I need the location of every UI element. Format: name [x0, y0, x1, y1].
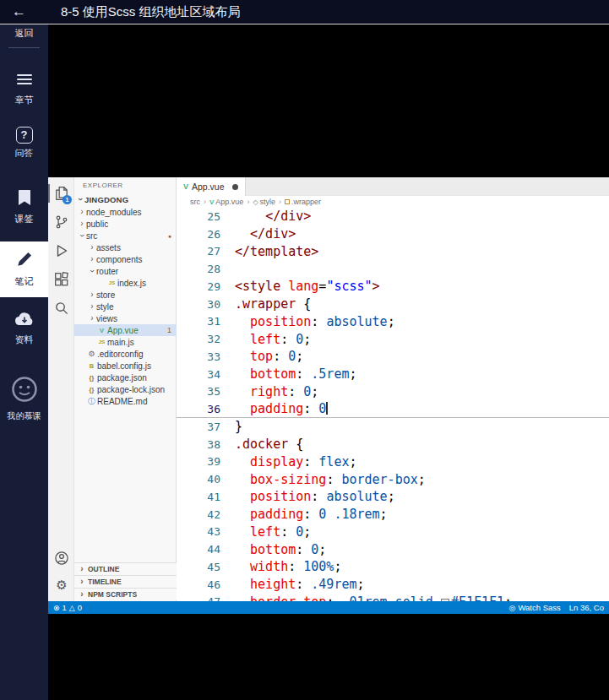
tab-label: App.vue — [192, 182, 225, 192]
breadcrumb-item-wrapper[interactable]: .wrapper — [285, 198, 321, 206]
tree-item-index.js[interactable]: JSindex.js — [74, 277, 177, 289]
breadcrumb-item-style[interactable]: ◇ style — [253, 198, 275, 206]
sidebar-item-chapters[interactable]: 章节 — [0, 72, 48, 106]
line-number: 39 — [177, 455, 220, 468]
explorer-icon[interactable]: 1 — [54, 186, 69, 201]
tree-item-README.md[interactable]: ⓘREADME.md — [74, 395, 177, 407]
tree-item-store[interactable]: ›store — [74, 289, 177, 301]
tree-item-components[interactable]: ›components — [74, 253, 177, 265]
code-line-26[interactable]: 26 </div> — [177, 225, 609, 243]
tree-item-package.json[interactable]: {}package.json — [74, 372, 177, 383]
sidebar-item-notes[interactable]: 笔记 — [0, 241, 48, 297]
tree-item-router[interactable]: ›router — [74, 265, 177, 277]
code-line-39[interactable]: 39 display: flex; — [177, 453, 609, 471]
code-line-41[interactable]: 41 position: absolute; — [177, 488, 609, 506]
run-debug-icon[interactable] — [54, 243, 69, 258]
change-count-badge: 1 — [167, 326, 171, 334]
code-line-44[interactable]: 44 bottom: 0; — [177, 540, 609, 558]
tree-item-App.vue[interactable]: VApp.vue1 — [74, 324, 177, 336]
code-line-40[interactable]: 40 box-sizing: border-box; — [177, 470, 609, 488]
outline-panel[interactable]: › OUTLINE — [74, 562, 177, 575]
sidebar-item-my-imooc[interactable]: 我的慕课 — [0, 375, 48, 422]
tree-item-style[interactable]: ›style — [74, 301, 177, 312]
sidebar-item-bookmark[interactable]: 课签 — [0, 189, 48, 225]
line-number: 33 — [177, 350, 220, 363]
line-number: 41 — [177, 491, 220, 503]
code-text: top: 0; — [235, 349, 303, 364]
tree-item-assets[interactable]: ›assets — [74, 241, 177, 253]
code-text: padding: 0 — [235, 401, 328, 416]
tree-item-node_modules[interactable]: ›node_modules — [74, 206, 177, 218]
line-number: 31 — [177, 315, 220, 328]
code-line-31[interactable]: 31 position: absolute; — [177, 313, 609, 331]
tree-root-jingdong[interactable]: › JINGDONG — [74, 193, 177, 205]
problems-indicator[interactable]: ⊗ 1 △ 0 — [53, 603, 82, 612]
tree-item-public[interactable]: ›public — [74, 218, 177, 230]
code-line-29[interactable]: 29<style lang="scss"> — [177, 278, 609, 296]
source-control-icon[interactable] — [54, 214, 69, 230]
file-name: style — [96, 302, 114, 312]
back-icon[interactable]: ← — [12, 0, 26, 24]
tree-item-package-lock.json[interactable]: {}package-lock.json — [74, 383, 177, 395]
warning-icon: △ — [69, 604, 75, 612]
tree-item-views[interactable]: ›views — [74, 312, 177, 324]
code-line-33[interactable]: 33 top: 0; — [177, 348, 609, 366]
line-number: 45 — [177, 561, 220, 573]
file-name: components — [96, 255, 142, 264]
code-line-38[interactable]: 38.docker { — [177, 436, 609, 453]
npm-scripts-panel[interactable]: › NPM SCRIPTS — [74, 588, 177, 600]
code-text: <style lang="scss"> — [235, 279, 380, 294]
modified-dot: ● — [168, 233, 171, 239]
code-line-35[interactable]: 35 right: 0; — [177, 383, 609, 401]
code-line-47[interactable]: 47 border-top: .01rem solid #F1F1F1; — [177, 594, 609, 602]
file-name: store — [96, 290, 115, 300]
code-text: box-sizing: border-box; — [235, 472, 426, 487]
chevron-right-icon: › — [88, 243, 96, 252]
chevron-right-icon: › — [88, 302, 96, 311]
code-text: height: .49rem; — [235, 577, 365, 592]
code-line-45[interactable]: 45 width: 100%; — [177, 558, 609, 576]
modified-dot-icon[interactable] — [232, 184, 238, 190]
code-line-42[interactable]: 42 padding: 0 .18rem; — [177, 506, 609, 524]
tree-item-.editorconfig[interactable]: ⚙.editorconfig — [74, 348, 177, 360]
search-icon[interactable] — [54, 301, 69, 316]
tab-app-vue[interactable]: V App.vue — [177, 177, 246, 196]
code-line-27[interactable]: 27</template> — [177, 243, 609, 261]
code-line-25[interactable]: 25 </div> — [177, 208, 609, 225]
code-line-43[interactable]: 43 left: 0; — [177, 524, 609, 541]
chapter-menu-icon — [17, 72, 32, 87]
code-line-32[interactable]: 32 left: 0; — [177, 330, 609, 348]
code-line-34[interactable]: 34 bottom: .5rem; — [177, 366, 609, 383]
code-line-28[interactable]: 28 — [177, 260, 609, 278]
code-text: </template> — [235, 244, 318, 259]
code-text: right: 0; — [235, 384, 318, 399]
sidebar-item-materials[interactable]: 资料 — [0, 311, 48, 346]
symbol-class-icon — [285, 199, 290, 204]
extensions-icon[interactable] — [54, 272, 69, 287]
chevron-right-icon: › — [88, 314, 96, 323]
tree-item-src[interactable]: ›src● — [74, 230, 177, 241]
timeline-panel[interactable]: › TIMELINE — [74, 575, 177, 588]
code-line-46[interactable]: 46 height: .49rem; — [177, 576, 609, 594]
file-name: package-lock.json — [97, 385, 165, 394]
code-line-36[interactable]: 36 padding: 0 — [177, 400, 609, 418]
file-name: router — [96, 267, 118, 276]
breadcrumb-item-appvue[interactable]: V App.vue — [209, 198, 243, 206]
line-number: 47 — [177, 595, 220, 601]
sidebar-item-qa[interactable]: ? 问答 — [0, 127, 48, 160]
settings-gear-icon[interactable]: ⚙ — [54, 578, 69, 593]
line-number: 26 — [177, 228, 220, 241]
cursor-position-indicator[interactable]: Ln 36, Co — [569, 603, 604, 612]
file-tree: ›node_modules›public›src●›assets›compone… — [74, 206, 177, 407]
vue-icon: V — [183, 182, 188, 191]
code-line-37[interactable]: 37} — [177, 418, 609, 436]
watch-sass-indicator[interactable]: ◎ Watch Sass — [509, 603, 561, 612]
file-name: main.js — [107, 338, 134, 347]
breadcrumb-item-src[interactable]: src — [190, 198, 200, 206]
file-name: public — [86, 220, 108, 229]
tree-item-babel.config.js[interactable]: Bbabel.config.js — [74, 360, 177, 372]
tree-item-main.js[interactable]: JSmain.js — [74, 336, 177, 348]
code-line-30[interactable]: 30.wrapper { — [177, 296, 609, 313]
account-icon[interactable] — [54, 551, 69, 566]
sidebar-item-back[interactable]: 返回 — [0, 27, 48, 40]
